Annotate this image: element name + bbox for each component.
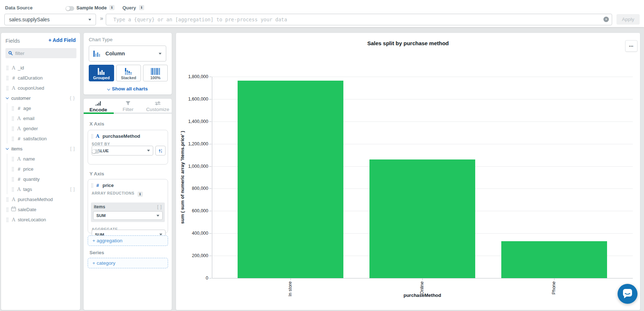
drag-handle-icon[interactable] <box>12 157 14 161</box>
string-type-icon: A <box>16 156 22 162</box>
drag-handle-icon[interactable] <box>6 207 9 212</box>
variant-100pct-button[interactable]: 100% <box>143 65 168 81</box>
y-tick-label: 1,000,000 <box>176 164 208 169</box>
variant-stacked-button[interactable]: Stacked <box>116 65 141 81</box>
y-tick-mark <box>209 256 212 256</box>
drag-handle-icon[interactable] <box>6 86 9 90</box>
limit-results-toggle[interactable] <box>92 149 100 154</box>
variant-100pct-label: 100% <box>150 76 160 80</box>
y-tick-mark <box>209 166 212 167</box>
chat-bubble-button[interactable] <box>618 284 637 304</box>
y-tick-label: 200,000 <box>176 253 208 258</box>
field-row-name[interactable]: Aname <box>1 154 80 164</box>
field-row-items[interactable]: items[ ] <box>1 144 80 154</box>
drag-handle-icon[interactable] <box>12 187 14 192</box>
sort-by-select[interactable]: VALUE <box>92 146 153 156</box>
field-row-satisfaction[interactable]: #satisfaction <box>1 133 80 144</box>
query-input[interactable] <box>106 14 612 25</box>
y-tick-label: 600,000 <box>176 208 208 213</box>
drag-handle-icon[interactable] <box>12 106 14 111</box>
chevron-down-icon <box>147 150 150 152</box>
field-row-age[interactable]: #age <box>1 103 80 113</box>
drag-handle-icon[interactable] <box>12 167 14 171</box>
field-row-tags[interactable]: Atags[ ] <box>1 184 80 194</box>
chart-title: Sales split by purchase method <box>176 40 640 46</box>
x-axis-card: A purchaseMethod SORT BY VALUE 1 9 LIMIT… <box>88 130 168 165</box>
y-axis-field[interactable]: # price <box>91 183 168 188</box>
field-name: saleDate <box>18 207 36 212</box>
number-type-icon: # <box>16 166 22 172</box>
field-row-storeLocation[interactable]: AstoreLocation <box>1 214 80 225</box>
chart-type-select[interactable]: Column <box>89 46 166 61</box>
drag-handle-icon[interactable] <box>91 183 93 188</box>
add-field-button[interactable]: + Add Field <box>49 37 76 43</box>
tab-customize[interactable]: Customize <box>143 101 172 112</box>
search-icon <box>8 51 13 55</box>
drag-handle-icon[interactable] <box>12 126 14 131</box>
apply-button[interactable]: Apply <box>616 14 640 25</box>
field-row-gender[interactable]: Agender <box>1 123 80 133</box>
y-axis-field-name: price <box>103 183 114 188</box>
drag-handle-icon[interactable] <box>12 116 14 121</box>
string-type-icon: A <box>16 187 22 192</box>
bar-Phone[interactable] <box>501 241 607 278</box>
bar-In store[interactable] <box>238 81 343 278</box>
date-type-icon-wrap <box>11 206 16 212</box>
chevron-down-icon[interactable] <box>6 146 9 149</box>
array-reductions-label: ARRAY REDUCTIONS <box>92 191 134 195</box>
drag-handle-icon[interactable] <box>91 134 93 139</box>
y-axis-title-wrap: sum ( sum of numeric array 'items.price'… <box>177 77 187 278</box>
field-row-saleDate[interactable]: saleDate <box>1 204 80 214</box>
field-row-price[interactable]: #price <box>1 164 80 174</box>
drag-handle-icon[interactable] <box>6 65 9 70</box>
bar-Online[interactable] <box>369 159 475 278</box>
field-row-couponUsed[interactable]: AcouponUsed <box>1 83 80 93</box>
field-name: customer <box>11 95 30 101</box>
grouped-bars-icon <box>97 68 105 75</box>
field-filter-input[interactable] <box>15 51 70 56</box>
x-axis-field[interactable]: A purchaseMethod <box>91 133 168 139</box>
sample-mode-info-icon[interactable] <box>109 5 114 10</box>
sample-mode-toggle[interactable] <box>66 6 74 11</box>
field-row-quantity[interactable]: #quantity <box>1 174 80 184</box>
fields-panel-title: Fields <box>5 38 20 44</box>
show-all-charts-link[interactable]: Show all charts <box>84 86 172 91</box>
string-type-icon: A <box>11 85 16 91</box>
y-tick-mark <box>209 144 212 144</box>
reduction-select[interactable]: SUM <box>93 211 163 220</box>
add-category-button[interactable]: + category <box>88 258 168 268</box>
indent-guide <box>7 174 7 184</box>
drag-handle-icon[interactable] <box>6 217 9 222</box>
drag-handle-icon[interactable] <box>6 197 9 202</box>
drag-handle-icon[interactable] <box>12 136 14 141</box>
drag-handle-icon[interactable] <box>12 177 14 182</box>
field-row-callDuration[interactable]: #callDuration <box>1 73 80 83</box>
y-tick-label: 0 <box>176 276 208 281</box>
y-tick-label: 1,400,000 <box>176 119 208 124</box>
field-row-email[interactable]: Aemail <box>1 113 80 123</box>
customize-sliders-icon <box>155 101 160 105</box>
tab-filter[interactable]: Filter <box>113 101 143 112</box>
field-name: age <box>23 106 31 111</box>
array-reductions-info-icon[interactable] <box>138 192 143 197</box>
sort-direction-button[interactable]: 1 9 <box>155 146 166 156</box>
data-source-select[interactable]: sales.supplySales <box>4 14 96 25</box>
field-row-_id[interactable]: A_id <box>1 63 80 73</box>
variant-grouped-button[interactable]: Grouped <box>89 65 114 81</box>
query-toolbar: Data Source Sample Mode Query sales.supp… <box>0 0 644 27</box>
query-label: Query <box>122 5 136 10</box>
reduction-field-name: items <box>94 204 105 209</box>
field-row-customer[interactable]: customer{ } <box>1 93 80 103</box>
tab-encode-label: Encode <box>89 107 107 112</box>
chevron-down-icon[interactable] <box>6 96 9 99</box>
drag-handle-icon[interactable] <box>6 76 9 80</box>
query-info-icon[interactable] <box>139 5 144 10</box>
tab-encode[interactable]: Encode <box>84 101 113 113</box>
x-tick-mark <box>422 278 423 280</box>
field-row-purchaseMethod[interactable]: ApurchaseMethod <box>1 194 80 204</box>
indent-guide <box>7 103 7 113</box>
clear-query-icon[interactable] <box>603 17 609 22</box>
add-aggregation-button[interactable]: + aggregation <box>88 235 168 246</box>
chart-menu-button[interactable] <box>625 40 637 52</box>
date-type-icon <box>11 206 16 211</box>
